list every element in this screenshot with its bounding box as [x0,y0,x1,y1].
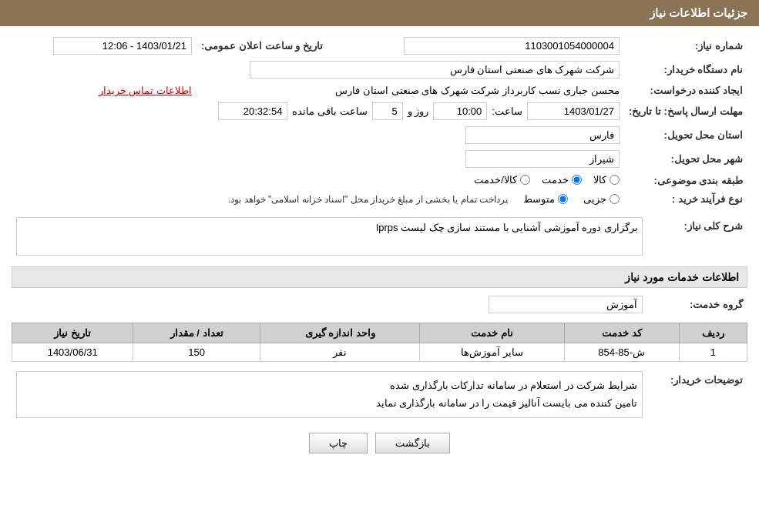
table-row: 1 ش-85-854 سایر آموزش‌ها نفر 150 1403/06… [12,343,747,362]
col-row-num: ردیف [679,323,747,343]
purchase-type-row: جزیی متوسط پرداخت تمام یا بخشی از مبلغ خ… [16,193,620,205]
announce-date-value: 1403/01/21 - 12:06 [53,37,192,55]
type-radio-partial[interactable] [610,194,620,204]
purchase-type-note: پرداخت تمام یا بخشی از مبلغ خریداز محل "… [228,194,508,205]
cell-service-code: ش-85-854 [564,343,679,362]
category-goods-label: کالا [593,174,606,186]
type-option-medium: متوسط [523,193,568,205]
announce-date-label: تاریخ و ساعت اعلان عمومی: [196,34,327,58]
main-content: شماره نیاز: 1103001054000004 تاریخ و ساع… [0,26,759,473]
need-number-label: شماره نیاز: [624,34,747,58]
buyer-notes-row: توضیحات خریدار: شرایط شرکت در استعلام در… [12,368,747,421]
creator-value: محسن جباری نسب کاربرداز شرکت شهرک های صن… [335,85,620,96]
cell-quantity: 150 [133,343,260,362]
days-label: روز و [408,105,429,117]
service-group-label: گروه خدمت: [647,293,747,316]
services-data-table: ردیف کد خدمت نام خدمت واحد اندازه گیری ت… [12,323,747,362]
category-both-label: کالا/خدمت [474,174,517,186]
deadline-date: 1403/01/27 [527,102,620,120]
need-number-value: 1103001054000004 [404,37,620,55]
buyer-notes-content: شرایط شرکت در استعلام در سامانه تدارکات … [16,371,643,418]
province-label: استان محل تحویل: [624,123,747,147]
buyer-notes-line2: تامین کننده می بایست آنالیز قیمت را در س… [22,394,637,412]
general-desc-label: شرح کلی نیاز: [647,214,747,259]
page-wrapper: جزئیات اطلاعات نیاز شماره نیاز: 11030010… [0,0,759,532]
deadline-row: 1403/01/27 ساعت: 10:00 روز و 5 ساعت باقی… [16,102,620,120]
service-group-value: آموزش [489,296,643,313]
row-need-number: شماره نیاز: 1103001054000004 تاریخ و ساع… [12,34,747,58]
service-group-row: گروه خدمت: آموزش [12,293,747,316]
info-table: شماره نیاز: 1103001054000004 تاریخ و ساع… [12,34,747,208]
creator-label: ایجاد کننده درخواست: [624,82,747,99]
buyer-org-value: شرکت شهرک های صنعتی استان فارس [250,61,620,79]
row-creator: ایجاد کننده درخواست: محسن جباری نسب کارب… [12,82,747,99]
general-desc-value: برگزاری دوره آموزشی آشنایی با مستند سازی… [16,217,643,256]
page-title: جزئیات اطلاعات نیاز [650,6,747,19]
contact-link[interactable]: اطلاعات تماس خریدار [99,85,192,96]
category-option-goods: کالا [593,174,620,186]
row-category: طبقه بندی موضوعی: کالا خدمت [12,171,747,190]
row-purchase-type: نوع فرآیند خرید : جزیی متوسط پرداخت تمام… [12,190,747,208]
cell-unit: نفر [260,343,419,362]
service-group-table: گروه خدمت: آموزش [12,293,747,316]
print-button[interactable]: چاپ [309,433,368,453]
cell-date: 1403/06/31 [12,343,133,362]
category-radio-both[interactable] [520,175,530,185]
row-deadline: مهلت ارسال پاسخ: تا تاریخ: 1403/01/27 سا… [12,99,747,123]
buyer-notes-label: توضیحات خریدار: [647,368,747,421]
type-medium-label: متوسط [523,193,555,205]
buttons-row: بازگشت چاپ [12,433,747,453]
send-deadline-label: مهلت ارسال پاسخ: تا تاریخ: [624,99,747,123]
time-label: ساعت: [492,105,522,117]
row-buyer-org: نام دستگاه خریدار: شرکت شهرک های صنعتی ا… [12,58,747,82]
purchase-type-label: نوع فرآیند خرید : [624,190,747,208]
col-unit: واحد اندازه گیری [260,323,419,343]
category-service-label: خدمت [542,174,569,186]
city-label: شهر محل تحویل: [624,147,747,171]
col-service-name: نام خدمت [420,323,564,343]
cell-service-name: سایر آموزش‌ها [420,343,564,362]
category-radio-service[interactable] [572,175,582,185]
general-desc-row: شرح کلی نیاز: برگزاری دوره آموزشی آشنایی… [12,214,747,259]
services-table-body: 1 ش-85-854 سایر آموزش‌ها نفر 150 1403/06… [12,343,747,362]
col-quantity: تعداد / مقدار [133,323,260,343]
type-option-partial: جزیی [583,193,620,205]
days-value: 5 [372,102,403,120]
category-option-service: خدمت [542,174,582,186]
category-option-both: کالا/خدمت [474,174,530,186]
general-desc-table: شرح کلی نیاز: برگزاری دوره آموزشی آشنایی… [12,214,747,259]
category-radio-goods[interactable] [610,175,620,185]
row-province: استان محل تحویل: فارس [12,123,747,147]
type-partial-label: جزیی [583,193,606,205]
buyer-notes-table: توضیحات خریدار: شرایط شرکت در استعلام در… [12,368,747,421]
back-button[interactable]: بازگشت [375,433,450,453]
category-label: طبقه بندی موضوعی: [624,171,747,190]
buyer-notes-line1: شرایط شرکت در استعلام در سامانه تدارکات … [22,376,637,394]
province-value: فارس [465,126,620,144]
services-section-title: اطلاعات خدمات مورد نیاز [12,266,747,288]
col-service-code: کد خدمت [564,323,679,343]
services-table-header: ردیف کد خدمت نام خدمت واحد اندازه گیری ت… [12,323,747,343]
category-radio-group: کالا خدمت کالا/خدمت [474,174,620,186]
cell-row-num: 1 [679,343,747,362]
remaining-label: ساعت باقی مانده [292,105,367,117]
page-header: جزئیات اطلاعات نیاز [0,0,759,26]
type-radio-medium[interactable] [558,194,568,204]
deadline-time: 10:00 [433,102,487,120]
city-value: شیراز [465,150,620,168]
col-date: تاریخ نیاز [12,323,133,343]
remaining-value: 20:32:54 [218,102,287,120]
header-row: ردیف کد خدمت نام خدمت واحد اندازه گیری ت… [12,323,747,343]
buyer-org-label: نام دستگاه خریدار: [624,58,747,82]
row-city: شهر محل تحویل: شیراز [12,147,747,171]
